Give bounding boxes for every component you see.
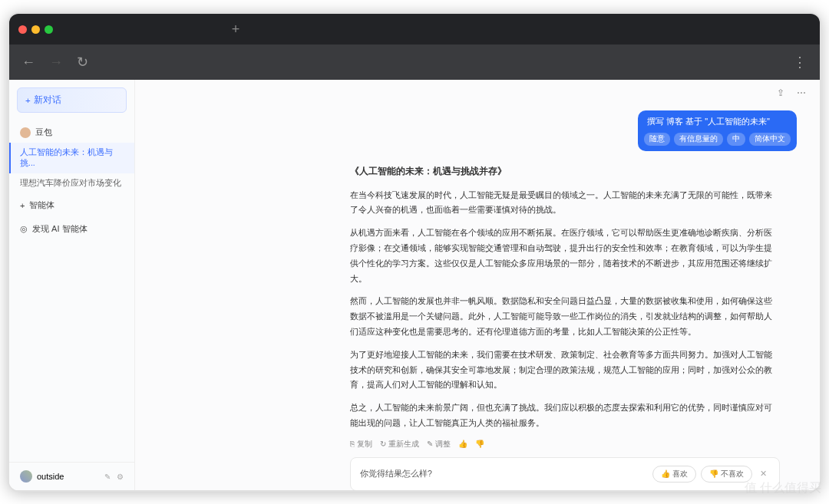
article-paragraph: 从机遇方面来看，人工智能在各个领域的应用不断拓展。在医疗领域，它可以帮助医生更准…	[350, 226, 780, 286]
article-paragraph: 在当今科技飞速发展的时代，人工智能无疑是最受瞩目的领域之一。人工智能的未来充满了…	[350, 188, 780, 219]
article-paragraph: 总之，人工智能的未来前景广阔，但也充满了挑战。我们应以积极的态度去探索和利用它的…	[350, 400, 780, 431]
plus-icon: +	[20, 201, 25, 210]
browser-window: + ← → ↻ ⋮ + 新对话 豆包 人工智能的未来：机遇与挑... 理想汽车降…	[8, 12, 821, 492]
conversation-item[interactable]: 理想汽车降价应对市场变化	[9, 173, 134, 193]
article-paragraph: 为了更好地迎接人工智能的未来，我们需要在技术研发、政策制定、社会教育等多方面共同…	[350, 348, 780, 393]
copy-button[interactable]: ⎘ 复制	[350, 439, 372, 450]
article-title: 《人工智能的未来：机遇与挑战并存》	[350, 163, 780, 180]
main-header: ⇪ ⋯	[135, 80, 820, 106]
username: outside	[37, 472, 64, 481]
edit-icon[interactable]: ✎	[104, 473, 111, 481]
back-button[interactable]: ←	[21, 54, 35, 71]
titlebar: +	[9, 14, 820, 44]
sidebar-agents[interactable]: + 智能体	[9, 193, 134, 217]
thumbs-up-icon[interactable]: 👍	[458, 440, 467, 448]
new-chat-button[interactable]: + 新对话	[17, 87, 127, 113]
main-panel: ⇪ ⋯ 撰写 博客 基于 "人工智能的未来" 随意 有信息量的 中 简体中文 《…	[135, 80, 820, 490]
user-prompt-bubble: 撰写 博客 基于 "人工智能的未来" 随意 有信息量的 中 简体中文	[638, 110, 797, 151]
settings-icon[interactable]: ⚙	[117, 473, 124, 481]
forward-button: →	[49, 54, 63, 71]
article: 《人工智能的未来：机遇与挑战并存》 在当今科技飞速发展的时代，人工智能无疑是最受…	[350, 163, 780, 431]
assistant-item[interactable]: 豆包	[9, 122, 134, 143]
browser-toolbar: ← → ↻ ⋮	[9, 44, 820, 80]
new-chat-label: 新对话	[34, 94, 61, 106]
conversation-active[interactable]: 人工智能的未来：机遇与挑...	[9, 143, 134, 173]
minimize-dot[interactable]	[31, 25, 40, 34]
prompt-tags: 随意 有信息量的 中 简体中文	[638, 133, 797, 151]
watermark: 值 什么值得买	[745, 480, 821, 496]
maximize-dot[interactable]	[45, 25, 53, 34]
prompt-text: 撰写 博客 基于 "人工智能的未来"	[638, 110, 797, 133]
sidebar-footer: outside ✎ ⚙	[9, 462, 134, 490]
share-icon[interactable]: ⇪	[777, 87, 788, 98]
thumbs-down-icon[interactable]: 👎	[475, 440, 484, 448]
browser-menu[interactable]: ⋮	[793, 54, 808, 71]
sidebar-discover[interactable]: ◎ 发现 AI 智能体	[9, 217, 134, 241]
sidebar: + 新对话 豆包 人工智能的未来：机遇与挑... 理想汽车降价应对市场变化 + …	[9, 80, 135, 490]
content-scroll: 撰写 博客 基于 "人工智能的未来" 随意 有信息量的 中 简体中文 《人工智能…	[135, 106, 820, 490]
plus-icon: +	[25, 96, 31, 105]
reload-button[interactable]: ↻	[77, 54, 88, 71]
new-tab-button[interactable]: +	[226, 20, 245, 38]
user-avatar-icon[interactable]	[20, 470, 32, 483]
more-icon[interactable]: ⋯	[797, 87, 808, 98]
article-paragraph: 然而，人工智能的发展也并非一帆风顺。数据隐私和安全问题日益凸显，大量的数据被收集…	[350, 294, 780, 339]
close-dot[interactable]	[18, 25, 27, 34]
prompt-tag: 中	[727, 133, 745, 146]
close-icon[interactable]: ✕	[757, 469, 770, 479]
compass-icon: ◎	[20, 224, 28, 234]
prompt-tag: 简体中文	[749, 133, 791, 146]
assistant-avatar-icon	[20, 127, 31, 138]
like-button[interactable]: 👍 喜欢	[652, 466, 696, 483]
assistant-label: 豆包	[35, 127, 52, 138]
message-actions: ⎘ 复制 ↻ 重新生成 ✎ 调整 👍 👎	[350, 439, 780, 450]
app-body: + 新对话 豆包 人工智能的未来：机遇与挑... 理想汽车降价应对市场变化 + …	[9, 80, 820, 490]
prompt-tag: 有信息量的	[674, 133, 723, 146]
regenerate-button[interactable]: ↻ 重新生成	[380, 439, 419, 450]
feedback-card: 你觉得结果怎么样? 👍 喜欢 👎 不喜欢 ✕	[350, 457, 780, 490]
prompt-tag: 随意	[644, 133, 670, 146]
adjust-button[interactable]: ✎ 调整	[427, 439, 451, 450]
feedback-question: 你觉得结果怎么样?	[360, 469, 432, 479]
